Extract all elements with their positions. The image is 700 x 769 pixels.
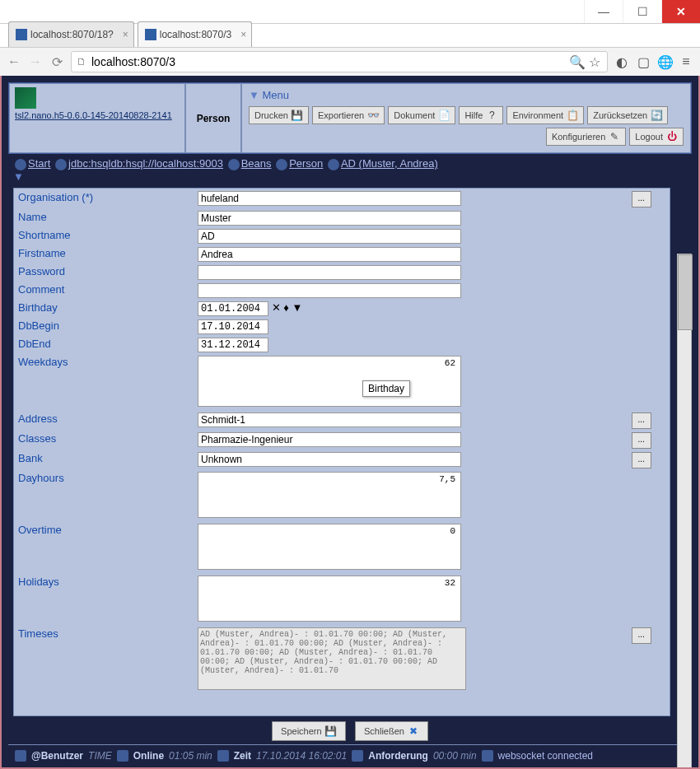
menu-icon[interactable]: ≡: [679, 54, 693, 69]
close-icon: ✖: [408, 725, 419, 737]
scroll-thumb[interactable]: [678, 254, 693, 330]
close-window-button[interactable]: ✕: [661, 0, 700, 23]
help-button[interactable]: Hilfe?: [459, 106, 503, 124]
organisation-picker-button[interactable]: ...: [632, 191, 651, 207]
browser-tab[interactable]: localhost:8070/3 ×: [138, 21, 252, 47]
classes-input[interactable]: [198, 432, 461, 447]
label-firstname: Firstname: [16, 246, 194, 263]
reset-button[interactable]: Zurücksetzen🔄: [587, 106, 668, 124]
dbbegin-input[interactable]: [198, 319, 268, 334]
label-overtime: Overtime: [16, 523, 194, 573]
organisation-input[interactable]: [198, 191, 461, 206]
timeses-picker-button[interactable]: ...: [632, 627, 651, 644]
document-button[interactable]: Dokument📄: [388, 106, 455, 124]
date-spinner-icon[interactable]: ♦: [283, 301, 289, 314]
save-icon: 💾: [292, 110, 303, 121]
contrast-icon[interactable]: ◐: [614, 54, 629, 70]
shortname-input[interactable]: [198, 229, 461, 244]
birthday-input[interactable]: [198, 301, 268, 316]
save-button[interactable]: Speichern💾: [272, 721, 346, 741]
tab-label: localhost:8070/3: [160, 29, 231, 40]
label-birthday: Birthday: [16, 301, 194, 317]
favicon-icon: [16, 29, 27, 40]
label-dayhours: Dayhours: [16, 471, 194, 521]
crumb-link[interactable]: Person: [289, 157, 323, 170]
info-icon: [117, 750, 128, 762]
date-clear-icon[interactable]: ✕: [272, 301, 281, 314]
page-icon: 🗋: [77, 56, 86, 68]
date-dropdown-icon[interactable]: ▼: [292, 301, 303, 314]
save-icon: 💾: [325, 725, 337, 737]
bank-input[interactable]: [198, 452, 461, 467]
dbend-input[interactable]: [198, 338, 268, 352]
back-button[interactable]: ←: [7, 54, 21, 69]
tab-close-icon[interactable]: ×: [240, 29, 246, 40]
weekdays-input[interactable]: 62: [198, 356, 461, 407]
edit-icon: ✎: [609, 131, 620, 142]
label-classes: Classes: [16, 431, 194, 450]
info-icon: [217, 750, 229, 762]
label-weekdays: Weekdays: [16, 355, 194, 410]
label-password: Password: [16, 264, 194, 281]
translate-icon[interactable]: 🌐: [657, 54, 672, 70]
crumb-link[interactable]: Beans: [241, 157, 272, 170]
bank-picker-button[interactable]: ...: [632, 452, 651, 468]
maximize-button[interactable]: ☐: [623, 0, 661, 23]
export-button[interactable]: Exportieren👓: [312, 106, 385, 124]
url-input[interactable]: [90, 54, 566, 69]
forward-button[interactable]: →: [28, 54, 43, 69]
label-comment: Comment: [16, 282, 194, 299]
label-timeses: Timeses: [16, 627, 194, 691]
minimize-button[interactable]: —: [584, 0, 623, 23]
close-button[interactable]: Schließen✖: [355, 721, 428, 741]
tab-label: localhost:8070/18?: [30, 29, 114, 40]
crumb-link[interactable]: jdbc:hsqldb:hsql://localhost:9003: [68, 157, 223, 170]
copy-icon: 📋: [567, 110, 578, 121]
overtime-input[interactable]: 0: [198, 524, 461, 570]
holidays-input[interactable]: 32: [198, 576, 461, 622]
tooltip: Birthday: [362, 380, 410, 397]
classes-picker-button[interactable]: ...: [632, 432, 651, 449]
os-titlebar: — ☐ ✕: [0, 0, 700, 24]
environment-button[interactable]: Environment📋: [506, 106, 584, 124]
comment-input[interactable]: [198, 283, 461, 298]
label-holidays: Holidays: [16, 575, 194, 625]
address-picker-button[interactable]: ...: [632, 412, 651, 429]
print-button[interactable]: Drucken💾: [249, 106, 309, 124]
configure-button[interactable]: Konfigurieren✎: [546, 128, 626, 146]
power-icon: ⏻: [666, 131, 678, 142]
timeses-display: AD (Muster, Andrea)- : 01.01.70 00:00; A…: [198, 627, 466, 690]
bookmark-icon[interactable]: ☆: [587, 54, 602, 70]
address-bar: ← → ⟳ 🗋 🔍 ☆ ◐ ▢ 🌐 ≡: [0, 47, 700, 76]
info-icon: [352, 750, 363, 762]
info-icon: [482, 750, 493, 762]
address-input[interactable]: [198, 412, 461, 427]
crumb-link[interactable]: AD (Muster, Andrea): [341, 157, 438, 170]
label-organisation: Organisation (*): [16, 190, 194, 208]
help-icon: ?: [486, 110, 497, 121]
name-input[interactable]: [198, 211, 461, 226]
logout-button[interactable]: Logout⏻: [629, 128, 684, 146]
label-shortname: Shortname: [16, 228, 194, 245]
breadcrumb: Start jdbc:hsqldb:hsql://localhost:9003 …: [8, 154, 692, 186]
label-name: Name: [16, 210, 194, 226]
browser-tabs: localhost:8070/18? × localhost:8070/3 ×: [0, 24, 700, 47]
menu-toggle[interactable]: ▼ Menu: [245, 87, 687, 103]
password-input[interactable]: [198, 265, 461, 280]
browser-tab[interactable]: localhost:8070/18? ×: [8, 21, 134, 47]
dayhours-input[interactable]: 7,5: [198, 472, 461, 518]
crumb-link[interactable]: Start: [28, 157, 50, 170]
tab-close-icon[interactable]: ×: [123, 29, 128, 40]
favicon-icon: [145, 29, 156, 40]
form-panel: Organisation (*) ... Name Shortname Firs…: [13, 188, 670, 716]
label-dbbegin: DbBegin: [16, 319, 194, 335]
search-icon[interactable]: 🔍: [569, 54, 584, 70]
cast-icon[interactable]: ▢: [636, 54, 651, 70]
reload-button[interactable]: ⟳: [49, 54, 64, 70]
label-address: Address: [16, 412, 194, 430]
label-dbend: DbEnd: [16, 337, 194, 353]
firstname-input[interactable]: [198, 247, 461, 262]
app-version-link[interactable]: tsl2.nano.h5-0.6.0-145-20140828-2141: [15, 110, 180, 120]
scrollbar[interactable]: [677, 254, 692, 769]
app-logo-icon: [15, 87, 36, 109]
